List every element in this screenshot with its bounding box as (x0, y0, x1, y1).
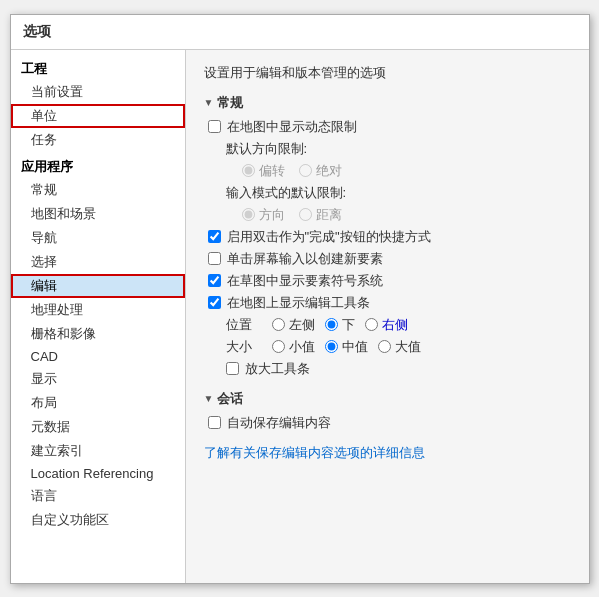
option-double-click-complete: 启用双击作为"完成"按钮的快捷方式 (208, 228, 571, 246)
label-click-create-feature: 单击屏幕输入以创建新要素 (227, 250, 383, 268)
checkbox-autosave[interactable] (208, 416, 221, 429)
label-position: 位置 (226, 316, 252, 334)
label-show-toolbar: 在地图上显示编辑工具条 (227, 294, 370, 312)
content-description: 设置用于编辑和版本管理的选项 (204, 64, 571, 82)
sidebar-item-navigation[interactable]: 导航 (11, 226, 185, 250)
label-show-symbology: 在草图中显示要素符号系统 (227, 272, 383, 290)
section-header-general: 常规 (204, 94, 571, 112)
option-show-toolbar: 在地图上显示编辑工具条 (208, 294, 571, 312)
radio-input-direction[interactable] (242, 208, 255, 221)
radio-input-size-medium[interactable] (325, 340, 338, 353)
radio-distance[interactable]: 距离 (299, 206, 342, 224)
radio-input-size-small[interactable] (272, 340, 285, 353)
option-show-dynamic-constraints: 在地图中显示动态限制 (208, 118, 571, 136)
radio-size-large[interactable]: 大值 (378, 338, 421, 356)
sidebar-item-location-referencing[interactable]: Location Referencing (11, 463, 185, 484)
radio-position-left[interactable]: 左侧 (272, 316, 315, 334)
option-zoom-toolbar: 放大工具条 (226, 360, 571, 378)
sidebar-item-metadata[interactable]: 元数据 (11, 415, 185, 439)
radio-input-deflection[interactable] (242, 164, 255, 177)
sidebar-item-selection[interactable]: 选择 (11, 250, 185, 274)
option-autosave: 自动保存编辑内容 (208, 414, 571, 432)
size-row: 大小 小值 中值 大值 (226, 338, 571, 356)
sidebar-item-customize-ribbon[interactable]: 自定义功能区 (11, 508, 185, 532)
checkbox-show-dynamic-constraints[interactable] (208, 120, 221, 133)
label-size: 大小 (226, 338, 252, 356)
radio-deflection[interactable]: 偏转 (242, 162, 285, 180)
radio-input-distance[interactable] (299, 208, 312, 221)
label-zoom-toolbar: 放大工具条 (245, 360, 310, 378)
sidebar-section-project: 工程 (11, 54, 185, 80)
checkbox-click-create-feature[interactable] (208, 252, 221, 265)
radio-input-position-bottom[interactable] (325, 318, 338, 331)
sidebar-item-tasks[interactable]: 任务 (11, 128, 185, 152)
label-position-right: 右侧 (382, 316, 408, 334)
radio-input-position-left[interactable] (272, 318, 285, 331)
position-row: 位置 左侧 下 右侧 (226, 316, 571, 334)
checkbox-zoom-toolbar[interactable] (226, 362, 239, 375)
radio-input-absolute[interactable] (299, 164, 312, 177)
section-header-session: 会话 (204, 390, 571, 408)
radio-input-size-large[interactable] (378, 340, 391, 353)
label-double-click-complete: 启用双击作为"完成"按钮的快捷方式 (227, 228, 431, 246)
checkbox-show-toolbar[interactable] (208, 296, 221, 309)
option-show-symbology: 在草图中显示要素符号系统 (208, 272, 571, 290)
sidebar-item-current-settings[interactable]: 当前设置 (11, 80, 185, 104)
content-area: 设置用于编辑和版本管理的选项 常规 在地图中显示动态限制 默认方向限制: 偏转 … (186, 50, 589, 583)
radio-size-small[interactable]: 小值 (272, 338, 315, 356)
checkbox-show-symbology[interactable] (208, 274, 221, 287)
link-learn-more[interactable]: 了解有关保存编辑内容选项的详细信息 (204, 444, 425, 462)
option-click-create-feature: 单击屏幕输入以创建新要素 (208, 250, 571, 268)
options-dialog: 选项 工程 当前设置 单位 任务 应用程序 常规 地图和场景 导航 选择 编辑 … (10, 14, 590, 584)
radio-group-direction: 偏转 绝对 (242, 162, 571, 180)
sidebar-item-index[interactable]: 建立索引 (11, 439, 185, 463)
sidebar-item-maps-scenes[interactable]: 地图和场景 (11, 202, 185, 226)
sidebar-section-app: 应用程序 (11, 152, 185, 178)
label-default-input-mode: 输入模式的默认限制: (226, 184, 571, 202)
radio-position-right[interactable]: 右侧 (365, 316, 408, 334)
radio-position-bottom[interactable]: 下 (325, 316, 355, 334)
label-default-direction: 默认方向限制: (226, 140, 571, 158)
sidebar: 工程 当前设置 单位 任务 应用程序 常规 地图和场景 导航 选择 编辑 地理处… (11, 50, 186, 583)
sidebar-item-raster-imagery[interactable]: 栅格和影像 (11, 322, 185, 346)
radio-size-medium[interactable]: 中值 (325, 338, 368, 356)
sidebar-item-language[interactable]: 语言 (11, 484, 185, 508)
radio-absolute[interactable]: 绝对 (299, 162, 342, 180)
sidebar-item-cad[interactable]: CAD (11, 346, 185, 367)
label-show-dynamic-constraints: 在地图中显示动态限制 (227, 118, 357, 136)
sidebar-item-geoprocessing[interactable]: 地理处理 (11, 298, 185, 322)
dialog-body: 工程 当前设置 单位 任务 应用程序 常规 地图和场景 导航 选择 编辑 地理处… (11, 50, 589, 583)
radio-input-position-right[interactable] (365, 318, 378, 331)
dialog-title: 选项 (11, 15, 589, 50)
sidebar-item-general[interactable]: 常规 (11, 178, 185, 202)
radio-direction[interactable]: 方向 (242, 206, 285, 224)
sidebar-item-editing[interactable]: 编辑 (11, 274, 185, 298)
sidebar-item-layout[interactable]: 布局 (11, 391, 185, 415)
radio-group-input-mode: 方向 距离 (242, 206, 571, 224)
sidebar-item-display[interactable]: 显示 (11, 367, 185, 391)
checkbox-double-click-complete[interactable] (208, 230, 221, 243)
label-autosave: 自动保存编辑内容 (227, 414, 331, 432)
sidebar-item-units[interactable]: 单位 (11, 104, 185, 128)
